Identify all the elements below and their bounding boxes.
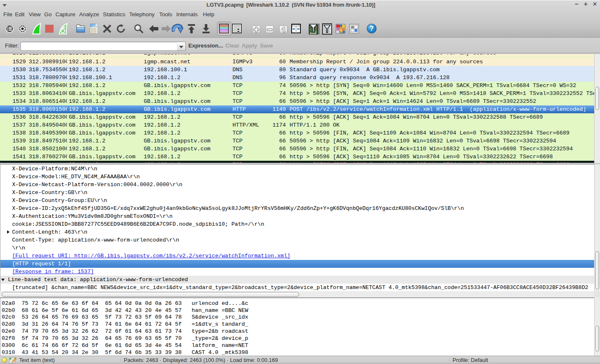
svg-text:?: ? [370, 25, 374, 32]
svg-text:0111: 0111 [91, 32, 96, 34]
